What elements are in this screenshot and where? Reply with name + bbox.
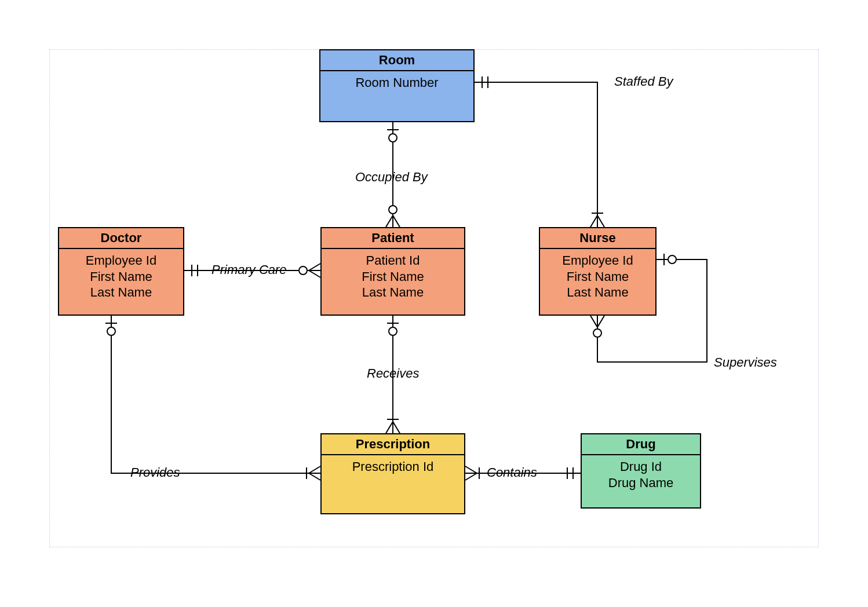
rel-occupied-by: Occupied By (355, 170, 428, 185)
entity-room-attrs: Room Number (320, 71, 473, 91)
rel-provides: Provides (130, 465, 180, 480)
entity-drug[interactable]: Drug Drug Id Drug Name (581, 433, 701, 509)
entity-drug-attrs: Drug Id Drug Name (582, 455, 700, 491)
entity-nurse-attrs: Employee Id First Name Last Name (540, 249, 655, 301)
entity-room[interactable]: Room Room Number (319, 49, 475, 122)
entity-patient-attrs: Patient Id First Name Last Name (322, 249, 464, 301)
entity-prescription-title: Prescription (322, 434, 464, 455)
rel-supervises: Supervises (714, 355, 777, 370)
entity-nurse-title: Nurse (540, 228, 655, 249)
entity-room-title: Room (320, 50, 473, 71)
entity-prescription[interactable]: Prescription Prescription Id (320, 433, 465, 514)
rel-contains: Contains (487, 465, 537, 480)
entity-patient-title: Patient (322, 228, 464, 249)
entity-doctor-attrs: Employee Id First Name Last Name (59, 249, 183, 301)
entity-doctor-title: Doctor (59, 228, 183, 249)
entity-patient[interactable]: Patient Patient Id First Name Last Name (320, 227, 465, 316)
rel-primary-care: Primary Care (211, 262, 287, 277)
rel-staffed-by: Staffed By (614, 74, 673, 89)
entity-nurse[interactable]: Nurse Employee Id First Name Last Name (539, 227, 657, 316)
entity-doctor[interactable]: Doctor Employee Id First Name Last Name (58, 227, 184, 316)
entity-prescription-attrs: Prescription Id (322, 455, 464, 475)
rel-receives: Receives (367, 366, 419, 381)
entity-drug-title: Drug (582, 434, 700, 455)
